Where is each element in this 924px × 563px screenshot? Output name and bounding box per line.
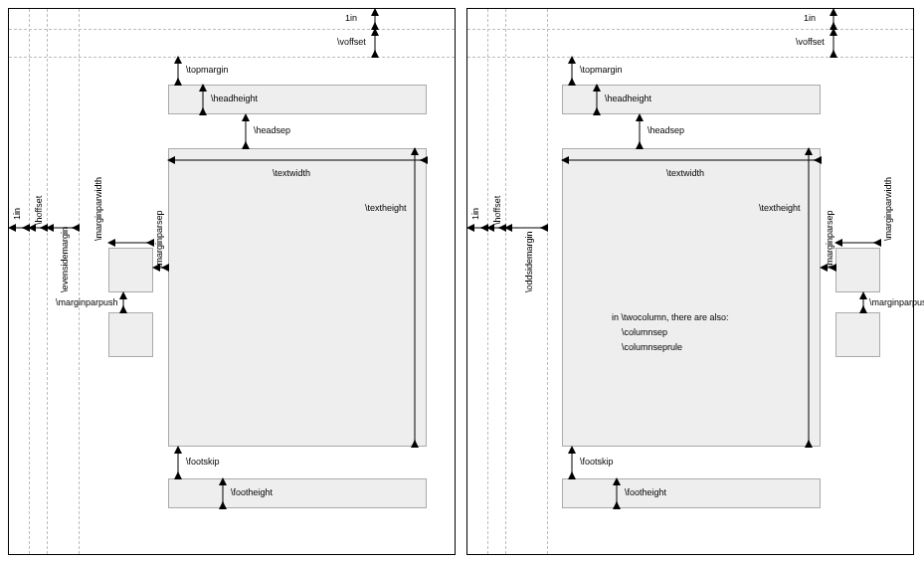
topmargin-arrow <box>178 57 179 85</box>
marginparpush-label: \marginparpush <box>869 297 924 307</box>
marginparwidth-arrow <box>835 243 880 244</box>
textheight-arrow <box>415 148 416 447</box>
one-in-h-label: 1in <box>470 200 480 220</box>
topmargin-arrow <box>572 57 573 85</box>
one-in-label: 1in <box>804 13 816 23</box>
footheight-label: \footheight <box>625 487 666 497</box>
voffset-label: \voffset <box>796 37 825 47</box>
marginparpush-arrow <box>123 292 124 312</box>
marginpar-box-2 <box>108 312 153 357</box>
footheight-label: \footheight <box>231 487 273 497</box>
footskip-arrow <box>178 447 179 478</box>
footer-box <box>562 478 821 508</box>
textheight-arrow <box>809 148 810 447</box>
textwidth-label: \textwidth <box>666 168 704 178</box>
footskip-label: \footskip <box>580 457 614 467</box>
marginparpush-label: \marginparpush <box>56 297 118 307</box>
marginparwidth-arrow <box>108 243 153 244</box>
headheight-label: \headheight <box>605 94 651 103</box>
one-in-label: 1in <box>345 13 357 23</box>
one-in-h-arrow <box>9 228 29 229</box>
headheight-arrow <box>203 85 204 114</box>
marginparsep-arrow <box>821 268 835 269</box>
hoffset-label: \hoffset <box>492 185 502 225</box>
marginparsep-label: \marginparsep <box>825 198 834 268</box>
textwidth-label: \textwidth <box>273 168 310 178</box>
text-body-box <box>168 148 427 447</box>
marginpar-box-2 <box>835 312 880 357</box>
topmargin-label: \topmargin <box>580 65 623 75</box>
voffset-label: \voffset <box>337 37 366 47</box>
hoffset-arrow <box>487 228 505 229</box>
textwidth-arrow <box>562 160 821 161</box>
headsep-label: \headsep <box>254 125 290 135</box>
hoffset-label: \hoffset <box>34 185 44 225</box>
footheight-arrow <box>617 478 618 508</box>
topmargin-label: \topmargin <box>186 65 229 75</box>
header-box <box>562 85 821 114</box>
header-box <box>168 85 427 114</box>
twocolumn-note-3: \columnseprule <box>622 342 682 352</box>
oddsidemargin-label: \oddsidemargin <box>524 213 534 292</box>
footskip-label: \footskip <box>186 457 220 467</box>
footer-box <box>168 478 427 508</box>
one-in-h-label: 1in <box>12 200 22 220</box>
marginparwidth-label: \marginparwidth <box>93 161 103 241</box>
twocolumn-note-1: in \twocolumn, there are also: <box>612 312 729 322</box>
voffset-arrow <box>375 29 376 57</box>
textwidth-arrow <box>168 160 427 161</box>
evensidemargin-label: \evensidemargin <box>60 213 70 292</box>
headheight-arrow <box>597 85 598 114</box>
textheight-label: \textheight <box>365 203 407 213</box>
marginpar-box-1 <box>835 248 880 292</box>
one-in-v-arrow <box>375 9 376 29</box>
marginparwidth-label: \marginparwidth <box>883 161 893 241</box>
page-odd: 1in \voffset \topmargin \headheight \hea… <box>466 8 914 555</box>
textheight-label: \textheight <box>759 203 801 213</box>
one-in-v-arrow <box>833 9 834 29</box>
marginparpush-arrow <box>863 292 864 312</box>
voffset-arrow <box>833 29 834 57</box>
headsep-arrow <box>246 114 247 148</box>
headsep-label: \headsep <box>647 125 684 135</box>
one-in-h-arrow <box>467 228 487 229</box>
hoffset-arrow <box>29 228 47 229</box>
marginparsep-label: \marginparsep <box>154 198 164 268</box>
twocolumn-note-2: \columnsep <box>622 327 667 337</box>
footheight-arrow <box>223 478 224 508</box>
page-even: 1in \voffset \topmargin \headheight \hea… <box>8 8 456 555</box>
headheight-label: \headheight <box>211 94 258 103</box>
latex-layout-diagram: 1in \voffset \topmargin \headheight \hea… <box>0 0 924 563</box>
marginparsep-arrow <box>153 268 168 269</box>
marginpar-box-1 <box>108 248 153 292</box>
footskip-arrow <box>572 447 573 478</box>
headsep-arrow <box>640 114 641 148</box>
text-body-box <box>562 148 821 447</box>
